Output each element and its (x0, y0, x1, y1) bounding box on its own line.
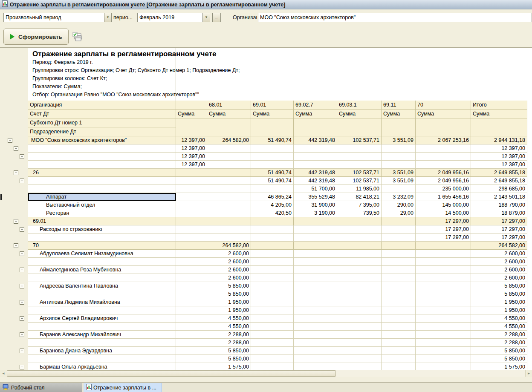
row-name-cell[interactable]: Выставочный отдел (28, 201, 176, 209)
amount-cell[interactable]: 2 049 956,16 (416, 169, 471, 177)
amount-cell[interactable]: 102 537,71 (337, 169, 382, 177)
amount-cell[interactable]: 5 850,00 (471, 282, 527, 290)
amount-cell[interactable] (251, 355, 294, 363)
amount-cell[interactable] (176, 217, 207, 225)
amount-cell[interactable]: 2 288,00 (471, 331, 527, 339)
amount-cell[interactable]: 31 900,00 (294, 201, 337, 209)
amount-cell[interactable]: 5 850,00 (207, 290, 251, 298)
amount-cell[interactable]: 3 551,09 (382, 177, 416, 185)
amount-cell[interactable] (382, 233, 416, 242)
amount-cell[interactable] (251, 323, 294, 331)
row-name-cell[interactable]: Расходы по страхованию (28, 225, 176, 233)
amount-cell[interactable]: 2 143 501,18 (471, 193, 527, 201)
collapse-icon[interactable]: − (20, 251, 24, 256)
amount-cell[interactable] (251, 339, 294, 347)
amount-cell[interactable]: 12 397,00 (471, 161, 527, 169)
amount-cell[interactable] (207, 177, 251, 185)
amount-cell[interactable] (416, 161, 471, 169)
amount-cell[interactable] (251, 290, 294, 298)
amount-cell[interactable] (207, 161, 251, 169)
amount-cell[interactable] (294, 355, 337, 363)
amount-cell[interactable]: 2 944 131,18 (471, 136, 527, 144)
amount-cell[interactable] (416, 144, 471, 153)
scrollbar-thumb[interactable] (7, 370, 336, 377)
amount-cell[interactable] (416, 314, 471, 323)
amount-cell[interactable] (294, 339, 337, 347)
amount-cell[interactable]: 2 288,00 (207, 331, 251, 339)
amount-cell[interactable] (207, 233, 251, 242)
row-name-cell[interactable]: 26 (28, 169, 176, 177)
amount-cell[interactable]: 264 582,00 (471, 242, 527, 250)
tab-report[interactable]: Отражение зарплаты в ... (84, 383, 162, 392)
print-icon[interactable] (72, 32, 83, 42)
amount-cell[interactable] (382, 185, 416, 193)
amount-cell[interactable] (294, 217, 337, 225)
amount-cell[interactable]: 5 850,00 (207, 347, 251, 355)
amount-cell[interactable] (382, 266, 416, 274)
amount-cell[interactable] (207, 169, 251, 177)
amount-cell[interactable] (251, 274, 294, 282)
amount-cell[interactable]: 235 000,00 (416, 185, 471, 193)
period-type-select[interactable]: Произвольный период ▼ (3, 13, 112, 22)
amount-cell[interactable] (337, 258, 382, 266)
amount-cell[interactable]: 2 049 956,16 (416, 177, 471, 185)
amount-cell[interactable] (416, 274, 471, 282)
amount-cell[interactable]: 17 297,00 (471, 217, 527, 225)
amount-cell[interactable] (337, 290, 382, 298)
collapse-icon[interactable]: − (20, 300, 24, 305)
amount-cell[interactable] (176, 209, 207, 217)
amount-cell[interactable]: 2 288,00 (207, 339, 251, 347)
amount-cell[interactable]: 4 205,00 (251, 201, 294, 209)
amount-cell[interactable]: 739,50 (337, 209, 382, 217)
amount-cell[interactable] (337, 161, 382, 169)
amount-cell[interactable] (416, 347, 471, 355)
amount-cell[interactable] (382, 347, 416, 355)
amount-cell[interactable]: 264 582,00 (207, 136, 251, 144)
amount-cell[interactable]: 188 790,00 (471, 201, 527, 209)
amount-cell[interactable] (176, 314, 207, 323)
collapse-icon[interactable]: − (20, 268, 24, 272)
amount-cell[interactable] (337, 274, 382, 282)
amount-cell[interactable]: 2 600,00 (471, 258, 527, 266)
amount-cell[interactable] (337, 314, 382, 323)
amount-cell[interactable] (382, 323, 416, 331)
amount-cell[interactable] (416, 282, 471, 290)
amount-cell[interactable] (176, 201, 207, 209)
amount-cell[interactable]: 442 319,48 (294, 136, 337, 144)
row-name-cell[interactable]: Абдуллаева Селимат Низамудиновна (28, 250, 176, 258)
amount-cell[interactable] (251, 282, 294, 290)
amount-cell[interactable] (382, 282, 416, 290)
amount-cell[interactable]: 2 288,00 (471, 339, 527, 347)
amount-cell[interactable]: 2 649 855,18 (471, 177, 527, 185)
amount-cell[interactable] (337, 266, 382, 274)
amount-cell[interactable]: 5 850,00 (207, 355, 251, 363)
amount-cell[interactable] (294, 347, 337, 355)
amount-cell[interactable]: 3 232,09 (382, 193, 416, 201)
scroll-left-icon[interactable]: ◄ (0, 370, 7, 377)
amount-cell[interactable] (294, 242, 337, 250)
selected-cell[interactable]: Аппарат (28, 193, 176, 201)
amount-cell[interactable] (337, 339, 382, 347)
amount-cell[interactable] (251, 258, 294, 266)
row-name-cell[interactable] (28, 306, 176, 314)
collapse-icon[interactable]: − (20, 179, 24, 183)
amount-cell[interactable] (337, 347, 382, 355)
amount-cell[interactable]: 264 582,00 (207, 242, 251, 250)
amount-cell[interactable]: 1 655 456,16 (416, 193, 471, 201)
row-name-cell[interactable] (28, 161, 176, 169)
amount-cell[interactable]: 3 551,09 (382, 136, 416, 144)
amount-cell[interactable] (251, 153, 294, 161)
amount-cell[interactable]: 17 297,00 (471, 225, 527, 233)
amount-cell[interactable]: 12 397,00 (176, 136, 207, 144)
amount-cell[interactable] (207, 144, 251, 153)
amount-cell[interactable] (337, 217, 382, 225)
amount-cell[interactable] (294, 161, 337, 169)
amount-cell[interactable] (251, 217, 294, 225)
amount-cell[interactable] (294, 266, 337, 274)
collapse-icon[interactable]: − (14, 146, 18, 151)
collapse-icon[interactable]: − (20, 284, 24, 288)
generate-button[interactable]: Сформировать (3, 29, 69, 45)
amount-cell[interactable] (382, 258, 416, 266)
amount-cell[interactable] (251, 250, 294, 258)
amount-cell[interactable]: 51 490,74 (251, 136, 294, 144)
